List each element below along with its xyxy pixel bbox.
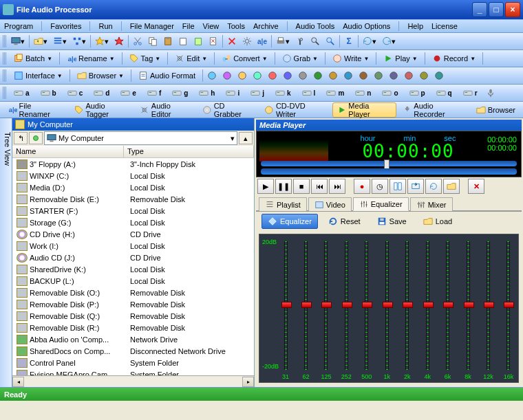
clock-button[interactable]: ◷ xyxy=(372,179,388,194)
col-type[interactable]: Type xyxy=(124,146,254,157)
redo-icon[interactable]: ▾ xyxy=(381,35,397,47)
menu-file[interactable]: File xyxy=(182,22,195,30)
file-row[interactable]: Removable Disk (O:)Removable Disk xyxy=(12,287,254,298)
search-icon[interactable] xyxy=(324,35,337,47)
batch-dropdown[interactable]: Batch▼ xyxy=(10,52,56,65)
format-icon-6[interactable] xyxy=(297,69,309,82)
microphone-icon[interactable] xyxy=(484,87,497,99)
equalizer-toggle-button[interactable]: Equalizer xyxy=(262,214,318,229)
file-row[interactable]: Removable Disk (R:)Removable Disk xyxy=(12,322,254,333)
file-list[interactable]: 3" Floppy (A:)3"-Inch Floppy DiskWINXP (… xyxy=(12,158,254,375)
star-yellow-icon[interactable]: ▾ xyxy=(94,35,110,47)
toolbar-grip[interactable] xyxy=(3,52,7,65)
prev-button[interactable]: ⏮ xyxy=(311,179,328,194)
eq-slider-4k[interactable]: 4k xyxy=(422,241,433,370)
eq-slider-12k[interactable]: 12k xyxy=(483,241,494,370)
format-icon-14[interactable] xyxy=(418,69,430,82)
file-row[interactable]: Removable Disk (E:)Removable Disk xyxy=(12,193,254,205)
module-tab-cd-grabber[interactable]: CD Grabber xyxy=(198,102,258,118)
close-button[interactable]: × xyxy=(505,2,520,17)
list-icon[interactable]: ▾ xyxy=(52,35,68,47)
format-icon-4[interactable] xyxy=(266,69,279,82)
player-tab-equalizer[interactable]: Equalizer xyxy=(353,197,409,211)
menu-tools[interactable]: Tools xyxy=(227,22,245,30)
up-button[interactable]: ↰ xyxy=(14,132,28,144)
menu-help[interactable]: Help xyxy=(407,22,423,30)
minimize-button[interactable]: _ xyxy=(472,2,487,17)
module-tab-cd-dvd-writer[interactable]: CD-DVD Writer xyxy=(259,102,330,118)
scroll-right-button[interactable]: ▸ xyxy=(242,377,254,387)
file-row[interactable]: 3" Floppy (A:)3"-Inch Floppy Disk xyxy=(12,158,254,170)
interface-button[interactable]: Interface▼ xyxy=(10,69,67,82)
format-icon-0[interactable] xyxy=(206,69,218,82)
eq-thumb[interactable] xyxy=(484,302,494,308)
drive-c[interactable]: c xyxy=(63,86,87,100)
repeat-button[interactable] xyxy=(425,179,442,194)
format-icon-3[interactable] xyxy=(251,69,264,82)
eq-thumb[interactable] xyxy=(403,302,413,308)
file-row[interactable]: Audio CD (J:)CD Drive xyxy=(12,252,254,263)
reset-button[interactable]: Reset xyxy=(322,214,367,229)
slider-thumb[interactable] xyxy=(384,159,389,169)
eq-thumb[interactable] xyxy=(383,302,393,308)
cut-icon[interactable] xyxy=(131,35,144,47)
format-icon-11[interactable] xyxy=(372,69,385,82)
toolbar-grip[interactable] xyxy=(3,35,7,47)
tag-dropdown[interactable]: Tag▼ xyxy=(125,52,165,65)
tree-icon[interactable]: ▾ xyxy=(71,35,87,47)
delete-x-icon[interactable] xyxy=(226,35,238,47)
gear-icon[interactable] xyxy=(241,35,253,47)
stop-button[interactable]: ■ xyxy=(293,179,310,194)
address-combo[interactable]: My Computer ▾ xyxy=(44,131,237,145)
play-dropdown[interactable]: Play▼ xyxy=(379,52,421,65)
eq-thumb[interactable] xyxy=(342,302,352,308)
eq-thumb[interactable] xyxy=(301,302,312,308)
save-button[interactable]: Save xyxy=(371,214,413,229)
drive-n[interactable]: n xyxy=(351,86,375,100)
drive-h[interactable]: h xyxy=(195,86,219,100)
copy-icon[interactable] xyxy=(147,35,159,47)
eq-slider-125[interactable]: 125 xyxy=(321,241,332,370)
player-tab-mixer[interactable]: Mixer xyxy=(410,197,453,211)
format-icon-2[interactable] xyxy=(236,69,248,82)
eq-thumb[interactable] xyxy=(504,302,514,308)
record-button[interactable]: ● xyxy=(354,179,370,194)
module-tab-browser[interactable]: Browser xyxy=(471,102,520,118)
paste-icon[interactable] xyxy=(162,35,174,47)
scroll-left-button[interactable]: ◂ xyxy=(12,377,24,387)
load-button[interactable]: Load xyxy=(417,214,458,229)
file-row[interactable]: Removable Disk (Q:)Removable Disk xyxy=(12,310,254,322)
eq-slider-6k[interactable]: 6k xyxy=(442,241,453,370)
eq-thumb[interactable] xyxy=(281,302,292,308)
drive-a[interactable]: a xyxy=(10,86,34,100)
sigma-icon[interactable]: Σ xyxy=(343,35,355,47)
open-folder-button[interactable] xyxy=(443,179,460,194)
pause-button[interactable]: ❚❚ xyxy=(275,179,292,194)
drive-d[interactable]: d xyxy=(89,86,114,100)
format-icon-5[interactable] xyxy=(281,69,294,82)
filter-icon[interactable] xyxy=(309,35,321,47)
format-icon-7[interactable] xyxy=(312,69,324,82)
file-row[interactable]: STARTER (F:)Local Disk xyxy=(12,205,254,217)
drive-i[interactable]: i xyxy=(222,86,244,100)
format-icon-8[interactable] xyxy=(327,69,339,82)
module-tab-audio-tagger[interactable]: Audio Tagger xyxy=(70,102,134,118)
rename-dropdown[interactable]: a|eRename▼ xyxy=(63,52,119,65)
drive-g[interactable]: g xyxy=(168,86,192,100)
folder-back-icon[interactable]: ▾ xyxy=(32,35,49,47)
star-red-icon[interactable] xyxy=(113,35,125,47)
file-row[interactable]: Media (D:)Local Disk xyxy=(12,181,254,193)
print-icon[interactable]: ▾ xyxy=(275,35,291,47)
eq-thumb[interactable] xyxy=(443,302,453,308)
eq-slider-16k[interactable]: 16k xyxy=(503,241,514,370)
file-row[interactable]: SharedDrive (K:)Local Disk xyxy=(12,263,254,275)
file-row[interactable]: Evision MEGApro CamSystem Folder xyxy=(12,368,254,375)
undo-icon[interactable]: ▾ xyxy=(361,35,378,47)
drive-b[interactable]: b xyxy=(36,86,61,100)
maximize-button[interactable]: □ xyxy=(489,2,504,17)
record-dropdown[interactable]: Record▼ xyxy=(428,52,480,65)
module-tab-audio-recorder[interactable]: Audio Recorder xyxy=(398,102,470,118)
drive-e[interactable]: e xyxy=(116,86,140,100)
play-button[interactable]: ▶ xyxy=(257,179,274,194)
next-button[interactable]: ⏭ xyxy=(329,179,345,194)
